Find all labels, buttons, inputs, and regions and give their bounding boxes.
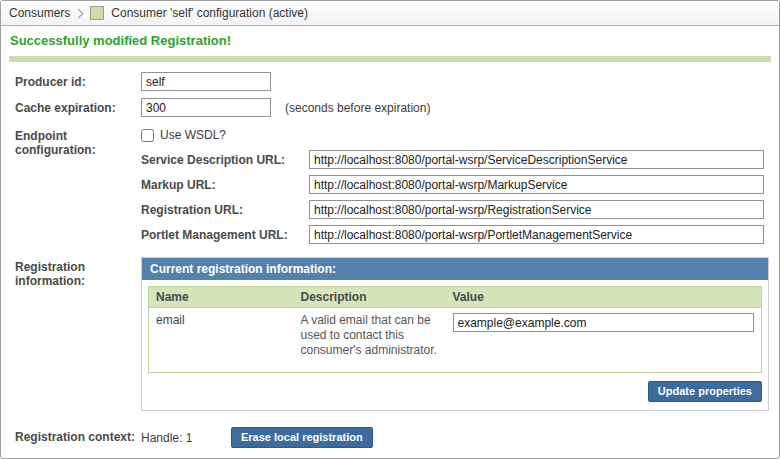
column-header-description: Description: [294, 287, 446, 308]
column-header-value: Value: [446, 287, 762, 308]
producer-id-input[interactable]: [141, 72, 271, 91]
success-message: Successfully modified Registration!: [1, 26, 779, 51]
breadcrumb-consumers-link[interactable]: Consumers: [9, 6, 70, 20]
markup-url-label: Markup URL:: [141, 175, 309, 194]
update-properties-button[interactable]: Update properties: [648, 381, 762, 402]
markup-url-row: Markup URL:: [141, 175, 766, 194]
markup-url-input[interactable]: [309, 175, 764, 194]
property-description: A valid email that can be used to contac…: [294, 308, 446, 373]
registration-context-row: Registration context: Handle: 1 Erase lo…: [15, 427, 766, 448]
service-description-url-input[interactable]: [309, 150, 764, 169]
portlet-management-url-input[interactable]: [309, 225, 764, 244]
registration-context-label: Registration context:: [15, 427, 141, 448]
portlet-management-url-label: Portlet Management URL:: [141, 225, 309, 244]
property-name: email: [149, 308, 294, 373]
use-wsdl-label: Use WSDL?: [160, 128, 226, 142]
page-title: Consumer 'self' configuration (active): [111, 6, 308, 20]
footer-actions: Refresh & Save Cancel: [1, 448, 779, 459]
consumer-form: Producer id: Cache expiration: (seconds …: [1, 62, 779, 448]
cache-expiration-input[interactable]: [141, 98, 271, 117]
registration-information-row: Registration information: Current regist…: [15, 257, 766, 411]
endpoint-configuration-label: Endpoint configuration:: [15, 126, 141, 250]
column-header-name: Name: [149, 287, 294, 308]
consumer-configuration-page: Consumers Consumer 'self' configuration …: [0, 0, 780, 459]
property-value-input[interactable]: [453, 313, 755, 332]
service-description-url-label: Service Description URL:: [141, 150, 309, 169]
erase-local-registration-button[interactable]: Erase local registration: [231, 427, 373, 448]
service-description-url-row: Service Description URL:: [141, 150, 766, 169]
cache-expiration-label: Cache expiration:: [15, 98, 141, 119]
consumer-status-icon: [90, 6, 104, 20]
registration-url-row: Registration URL:: [141, 200, 766, 219]
chevron-right-icon: [74, 8, 84, 18]
registration-info-panel-title: Current registration information:: [142, 258, 768, 280]
registration-url-label: Registration URL:: [141, 200, 309, 219]
endpoint-configuration-row: Endpoint configuration: Use WSDL? Servic…: [15, 126, 766, 250]
registration-properties-table: Name Description Value email A valid ema…: [148, 286, 762, 373]
registration-information-label: Registration information:: [15, 257, 141, 411]
registration-info-panel: Current registration information: Name D…: [141, 257, 769, 411]
use-wsdl-checkbox[interactable]: [141, 129, 154, 142]
cache-expiration-row: Cache expiration: (seconds before expira…: [15, 98, 766, 119]
registration-handle: Handle: 1: [141, 427, 231, 448]
producer-id-row: Producer id:: [15, 72, 766, 91]
producer-id-label: Producer id:: [15, 72, 141, 91]
cache-expiration-note: (seconds before expiration): [285, 98, 430, 119]
table-row: email A valid email that can be used to …: [149, 308, 762, 373]
portlet-management-url-row: Portlet Management URL:: [141, 225, 766, 244]
breadcrumb: Consumers Consumer 'self' configuration …: [1, 1, 779, 26]
registration-url-input[interactable]: [309, 200, 764, 219]
